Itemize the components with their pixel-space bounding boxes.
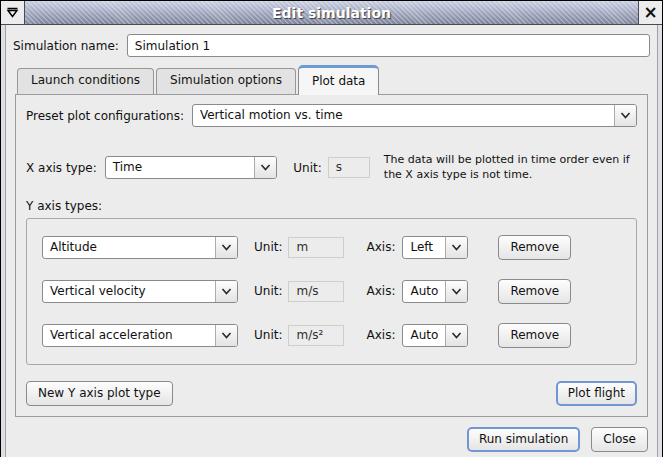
preset-row: Preset plot configurations: Vertical mot… <box>26 104 637 127</box>
y-axis-type-combobox[interactable]: Altitude <box>42 236 238 259</box>
unit-value: m <box>288 237 344 258</box>
window-title: Edit simulation <box>25 1 638 24</box>
axis-label: Axis: <box>366 240 395 254</box>
axis-combobox[interactable]: Left <box>402 236 468 259</box>
window-menu-button[interactable] <box>1 1 25 24</box>
x-axis-combobox-value: Time <box>106 157 255 178</box>
y-axis-groupbox: Altitude Unit: m Axis: Left Remov <box>26 218 637 365</box>
preset-combobox-value: Vertical motion vs. time <box>193 105 614 126</box>
axis-label: Axis: <box>366 284 395 298</box>
axis-combobox[interactable]: Auto <box>402 324 468 347</box>
y-axis-type-value: Vertical acceleration <box>43 325 215 346</box>
y-axis-row: Vertical velocity Unit: m/s Axis: Auto <box>42 279 621 304</box>
y-axis-type-combobox[interactable]: Vertical velocity <box>42 280 238 303</box>
preset-label: Preset plot configurations: <box>26 109 184 123</box>
unit-label: Unit: <box>254 328 282 342</box>
remove-button[interactable]: Remove <box>498 323 571 348</box>
tab-launch-conditions[interactable]: Launch conditions <box>17 68 154 94</box>
y-axis-type-value: Altitude <box>43 237 215 258</box>
tab-plot-data[interactable]: Plot data <box>298 65 379 95</box>
chevron-down-icon <box>215 237 237 258</box>
axis-combobox[interactable]: Auto <box>402 280 468 303</box>
axis-value: Auto <box>403 281 445 302</box>
simulation-name-row: Simulation name: <box>13 34 650 57</box>
dialog-footer: Run simulation Close <box>13 417 650 452</box>
x-axis-row: X axis type: Time Unit: s The data will … <box>26 153 637 183</box>
y-axis-type-combobox[interactable]: Vertical acceleration <box>42 324 238 347</box>
axis-value: Left <box>403 237 445 258</box>
panel-bottom-row: New Y axis plot type Plot flight <box>26 381 637 406</box>
edit-simulation-dialog: Edit simulation × Simulation name: Launc… <box>0 0 663 457</box>
simulation-name-input[interactable] <box>127 34 650 57</box>
run-simulation-button[interactable]: Run simulation <box>467 427 580 452</box>
unit-label: Unit: <box>254 240 282 254</box>
plot-data-panel: Preset plot configurations: Vertical mot… <box>15 94 648 417</box>
axis-label: Axis: <box>366 328 395 342</box>
tab-bar: Launch conditions Simulation options Plo… <box>17 65 648 94</box>
preset-combobox[interactable]: Vertical motion vs. time <box>192 104 637 127</box>
y-axis-types-label: Y axis types: <box>26 199 637 213</box>
chevron-down-icon <box>614 105 636 126</box>
close-button[interactable]: Close <box>591 427 648 452</box>
titlebar: Edit simulation × <box>1 1 662 25</box>
remove-button[interactable]: Remove <box>498 235 571 260</box>
y-axis-row: Vertical acceleration Unit: m/s² Axis: A… <box>42 323 621 348</box>
y-axis-type-value: Vertical velocity <box>43 281 215 302</box>
chevron-down-icon <box>445 281 467 302</box>
close-icon: × <box>643 4 657 21</box>
chevron-down-icon <box>445 237 467 258</box>
unit-label: Unit: <box>254 284 282 298</box>
chevron-down-icon <box>254 157 276 178</box>
x-axis-combobox[interactable]: Time <box>105 156 278 179</box>
x-axis-unit-label: Unit: <box>293 161 321 175</box>
simulation-name-label: Simulation name: <box>13 39 119 53</box>
x-axis-unit-value: s <box>328 157 370 178</box>
chevron-down-icon <box>215 281 237 302</box>
unit-value: m/s² <box>288 325 344 346</box>
plot-flight-button[interactable]: Plot flight <box>556 381 637 406</box>
unit-value: m/s <box>288 281 344 302</box>
chevron-down-icon <box>215 325 237 346</box>
new-y-axis-plot-type-button[interactable]: New Y axis plot type <box>26 381 173 406</box>
x-axis-label: X axis type: <box>26 161 97 175</box>
tab-simulation-options[interactable]: Simulation options <box>156 68 296 94</box>
dialog-content: Simulation name: Launch conditions Simul… <box>1 25 662 457</box>
axis-value: Auto <box>403 325 445 346</box>
y-axis-row: Altitude Unit: m Axis: Left Remov <box>42 235 621 260</box>
close-window-button[interactable]: × <box>638 1 662 24</box>
chevron-down-icon <box>445 325 467 346</box>
remove-button[interactable]: Remove <box>498 279 571 304</box>
x-axis-help-text: The data will be plotted in time order e… <box>384 153 637 183</box>
window-menu-icon <box>6 3 19 22</box>
